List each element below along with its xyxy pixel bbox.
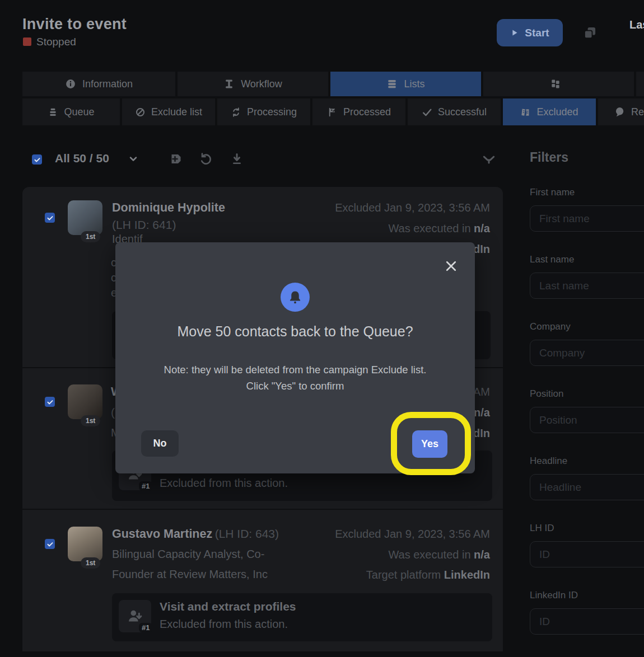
collapse-filters-icon[interactable]	[482, 152, 496, 169]
dashboard-icon	[550, 78, 561, 90]
subtab-label: Processing	[247, 106, 297, 118]
avatar[interactable]	[68, 527, 102, 561]
position-input[interactable]	[530, 407, 644, 433]
was-executed-line: Was executed in n/a	[235, 222, 490, 235]
refresh-icon[interactable]	[199, 152, 213, 168]
action-subtitle: Excluded from this action.	[160, 477, 288, 490]
tab-cutoff[interactable]	[636, 72, 644, 96]
headline-input[interactable]	[530, 474, 644, 500]
first-name-input[interactable]	[530, 205, 644, 232]
filter-label-company: Company	[530, 321, 571, 332]
lh-id-input[interactable]	[530, 541, 644, 567]
company-input[interactable]	[530, 340, 644, 366]
row-checkbox[interactable]	[45, 539, 55, 549]
exclude-list-icon	[135, 107, 146, 118]
excluded-timestamp: Excluded Jan 9, 2023, 3:56 AM	[235, 201, 490, 214]
selection-count-label[interactable]: All 50 / 50	[55, 152, 109, 165]
subtab-label: Queue	[64, 106, 94, 118]
excluded-timestamp: Excluded Jan 9, 2023, 3:56 AM	[235, 528, 490, 541]
row-divider	[22, 509, 503, 510]
last-name-input[interactable]	[530, 273, 644, 299]
filter-label-first-name: First name	[530, 187, 575, 198]
excluded-icon	[520, 107, 531, 118]
play-icon	[510, 29, 519, 37]
subtab-processing[interactable]: Processing	[217, 98, 310, 125]
bell-icon	[281, 283, 310, 312]
filter-label-headline: Headline	[530, 456, 567, 467]
filter-label-position: Position	[530, 388, 563, 400]
degree-badge: 1st	[81, 415, 100, 426]
tab-label: Workflow	[241, 78, 282, 90]
chevron-down-icon[interactable]	[128, 153, 139, 167]
was-executed-line: Was executed in n/a	[235, 548, 490, 561]
subtab-replies[interactable]: Re	[598, 98, 644, 125]
avatar[interactable]	[68, 384, 102, 419]
no-button[interactable]: No	[141, 430, 179, 457]
yes-highlight-annotation	[391, 412, 471, 475]
subtab-label: Successful	[438, 106, 487, 118]
row-checkbox[interactable]	[45, 397, 55, 407]
dialog-note-line2: Click "Yes" to confirm	[115, 380, 475, 392]
download-icon[interactable]	[230, 152, 244, 168]
subtab-exclude-list[interactable]: Exclude list	[122, 98, 215, 125]
linkedin-id-input[interactable]	[530, 608, 644, 635]
tab-label: Lists	[404, 78, 424, 90]
status-stopped-icon	[23, 37, 31, 46]
degree-badge: 1st	[81, 231, 100, 242]
replies-bubble-icon	[614, 106, 626, 118]
target-platform-line: Target platform LinkedIn	[235, 569, 490, 581]
action-number-badge: #1	[139, 481, 152, 491]
row-checkbox[interactable]	[45, 213, 55, 223]
page-title: Invite to event	[22, 16, 127, 33]
contact-name[interactable]: Gustavo Martinez	[112, 527, 212, 541]
contact-lh-fragment: (	[111, 406, 115, 419]
degree-badge: 1st	[81, 557, 100, 569]
copy-icon[interactable]	[582, 25, 598, 43]
contact-name[interactable]: Dominique Hypolite	[112, 201, 225, 215]
subtab-successful[interactable]: Successful	[408, 98, 501, 125]
subtab-label: Re	[631, 106, 644, 118]
avatar[interactable]	[68, 200, 102, 235]
top-right-partial-text: Las	[629, 18, 644, 31]
tab-workflow[interactable]: Workflow	[178, 72, 328, 96]
dialog-title: Move 50 contacts back to the Queue?	[115, 323, 475, 340]
info-icon	[65, 78, 76, 90]
close-icon[interactable]	[444, 259, 458, 275]
filter-label-linkedin-id: LinkedIn ID	[530, 590, 578, 601]
subtab-label: Processed	[343, 106, 391, 118]
action-title: Visit and extract profiles	[160, 600, 296, 613]
tab-information[interactable]: Information	[22, 72, 175, 96]
processing-icon	[231, 107, 241, 118]
subtab-label: Exclude list	[151, 106, 202, 118]
action-status-card: #1 Visit and extract profiles Excluded f…	[112, 593, 492, 641]
filters-heading: Filters	[530, 150, 568, 165]
select-all-checkbox[interactable]	[32, 154, 42, 165]
action-subtitle: Excluded from this action.	[160, 618, 288, 631]
contact-lh-id: (LH ID: 641)	[112, 218, 176, 232]
add-contact-icon[interactable]	[169, 152, 183, 168]
tab-dashboard[interactable]	[483, 72, 634, 96]
status-label: Stopped	[36, 36, 76, 48]
subtab-excluded[interactable]: Excluded	[503, 98, 596, 125]
filter-label-last-name: Last name	[530, 254, 574, 265]
tab-label: Information	[82, 78, 133, 90]
start-button[interactable]: Start	[497, 19, 563, 46]
tab-lists[interactable]: Lists	[330, 72, 481, 96]
subtab-label: Excluded	[536, 106, 578, 118]
start-button-label: Start	[525, 27, 549, 39]
subtab-queue[interactable]: Queue	[22, 98, 120, 125]
dialog-note-line1: Note: they will be deleted from the camp…	[115, 364, 475, 376]
processed-flag-icon	[327, 107, 338, 118]
workflow-icon	[223, 78, 235, 90]
subtab-processed[interactable]: Processed	[312, 98, 405, 125]
filter-label-lh-id: LH ID	[530, 523, 554, 534]
checkmark-icon	[422, 107, 432, 118]
queue-icon	[48, 107, 58, 118]
lists-icon	[386, 78, 398, 90]
action-number-badge: #1	[139, 623, 152, 632]
